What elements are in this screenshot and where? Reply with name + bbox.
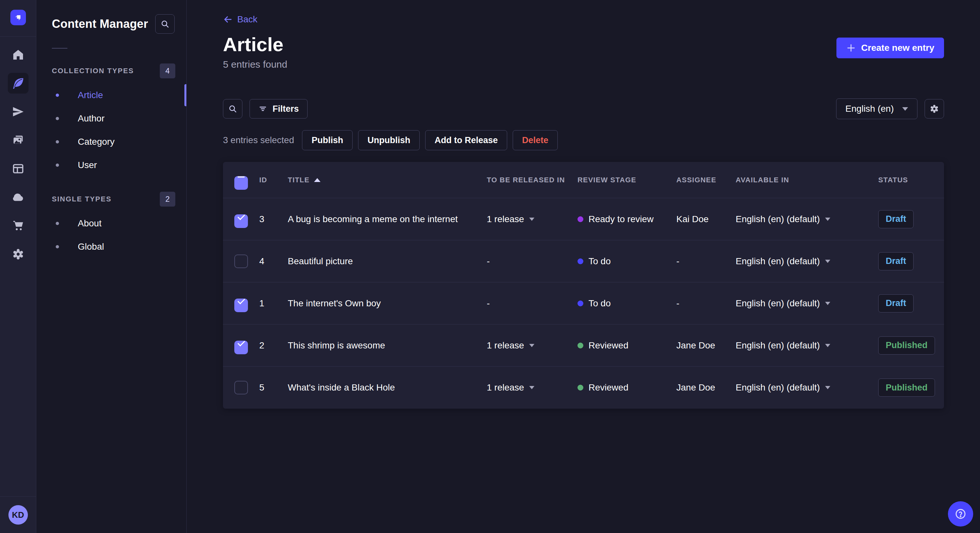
- table-row[interactable]: 3 A bug is becoming a meme on the intern…: [223, 198, 944, 240]
- table-row[interactable]: 5 What's inside a Black Hole 1 release R…: [223, 366, 944, 409]
- column-assignee: ASSIGNEE: [676, 176, 736, 184]
- help-button[interactable]: [948, 501, 973, 527]
- table-row[interactable]: 1 The internet's Own boy - To do - Engli…: [223, 282, 944, 324]
- cell-id: 3: [259, 214, 288, 224]
- add-to-release-button[interactable]: Add to Release: [425, 130, 507, 150]
- sidebar-item-global[interactable]: Global: [36, 235, 186, 259]
- stage-value: To do: [589, 298, 611, 309]
- rail-bottom-divider: [0, 497, 36, 497]
- cell-id: 1: [259, 298, 288, 309]
- sidebar-item-article[interactable]: Article: [36, 84, 186, 107]
- cell-locale[interactable]: English (en) (default): [736, 256, 878, 266]
- cell-release[interactable]: 1 release: [487, 340, 578, 351]
- back-label: Back: [237, 14, 257, 25]
- table-row[interactable]: 4 Beautiful picture - To do - English (e…: [223, 240, 944, 282]
- select-all-checkbox[interactable]: [234, 176, 248, 190]
- column-stage: REVIEW STAGE: [578, 176, 676, 184]
- stage-value: Ready to review: [589, 214, 654, 224]
- sidebar-item-author[interactable]: Author: [36, 107, 186, 130]
- content-manager-sidebar: Content Manager COLLECTION TYPES 4 Artic…: [36, 0, 187, 533]
- status-badge: Draft: [878, 210, 913, 228]
- row-checkbox[interactable]: [234, 341, 248, 354]
- chevron-down-icon: [825, 386, 830, 389]
- cell-review-stage: To do: [578, 256, 676, 266]
- collection-types-count: 4: [160, 63, 175, 78]
- row-checkbox[interactable]: [234, 298, 248, 312]
- cell-locale[interactable]: English (en) (default): [736, 298, 878, 309]
- table-search-button[interactable]: [223, 99, 242, 119]
- view-settings-button[interactable]: [924, 99, 944, 119]
- status-badge: Draft: [878, 252, 913, 270]
- sidebar-item-about[interactable]: About: [36, 212, 186, 235]
- media-icon: [12, 134, 25, 147]
- cell-release[interactable]: 1 release: [487, 382, 578, 393]
- table-row[interactable]: 2 This shrimp is awesome 1 release Revie…: [223, 324, 944, 366]
- sort-asc-icon: [314, 178, 320, 182]
- cell-id: 4: [259, 256, 288, 266]
- locale-value: English (en) (default): [736, 256, 820, 266]
- filters-label: Filters: [272, 104, 299, 114]
- primary-nav-rail: KD: [0, 0, 36, 533]
- nav-content-manager[interactable]: [8, 73, 29, 94]
- nav-cloud[interactable]: [8, 187, 29, 208]
- cell-release[interactable]: 1 release: [487, 214, 578, 224]
- cell-assignee: Jane Doe: [676, 382, 736, 393]
- filter-icon: [258, 104, 267, 113]
- cell-locale[interactable]: English (en) (default): [736, 382, 878, 393]
- cell-title: A bug is becoming a meme on the internet: [288, 214, 487, 224]
- locale-value: English (en): [845, 104, 894, 114]
- stage-value: Reviewed: [589, 340, 628, 351]
- delete-button[interactable]: Delete: [513, 130, 558, 150]
- sidebar-item-category[interactable]: Category: [36, 130, 186, 154]
- chevron-down-icon: [825, 302, 830, 305]
- sidebar-item-label: User: [78, 160, 97, 170]
- nav-releases[interactable]: [8, 102, 29, 122]
- column-title[interactable]: TITLE: [288, 176, 487, 184]
- publish-button[interactable]: Publish: [302, 130, 353, 150]
- strapi-logo[interactable]: [10, 10, 26, 25]
- bullet-icon: [56, 222, 59, 225]
- sidebar-rule: [52, 48, 67, 49]
- question-mark-icon: [955, 508, 967, 520]
- row-checkbox[interactable]: [234, 214, 248, 228]
- cell-release: -: [487, 298, 578, 309]
- single-types-label: SINGLE TYPES: [52, 195, 111, 203]
- sidebar-item-label: Author: [78, 113, 105, 124]
- cell-review-stage: To do: [578, 298, 676, 309]
- sidebar-item-label: About: [78, 218, 102, 228]
- strapi-logo-icon: [13, 12, 23, 23]
- sidebar-search-button[interactable]: [155, 14, 175, 34]
- locale-select[interactable]: English (en): [836, 98, 918, 119]
- unpublish-button[interactable]: Unpublish: [358, 130, 420, 150]
- cell-locale[interactable]: English (en) (default): [736, 340, 878, 351]
- create-new-entry-button[interactable]: Create new entry: [837, 38, 944, 58]
- status-badge: Published: [878, 336, 935, 355]
- cell-assignee: Jane Doe: [676, 340, 736, 351]
- arrow-left-icon: [223, 14, 233, 24]
- nav-home[interactable]: [8, 44, 29, 65]
- nav-content-type-builder[interactable]: [8, 159, 29, 179]
- back-link[interactable]: Back: [223, 14, 257, 25]
- status-badge: Published: [878, 379, 935, 397]
- bullet-icon: [56, 140, 59, 143]
- filters-button[interactable]: Filters: [250, 99, 307, 119]
- nav-marketplace[interactable]: [8, 215, 29, 236]
- cell-title: What's inside a Black Hole: [288, 382, 487, 393]
- row-checkbox[interactable]: [234, 254, 248, 268]
- cell-title: Beautiful picture: [288, 256, 487, 266]
- toolbar: Filters English (en): [223, 98, 944, 119]
- cell-locale[interactable]: English (en) (default): [736, 214, 878, 224]
- nav-media-library[interactable]: [8, 130, 29, 151]
- chevron-down-icon: [825, 260, 830, 263]
- row-checkbox[interactable]: [234, 381, 248, 394]
- user-avatar[interactable]: KD: [8, 505, 28, 525]
- nav-settings[interactable]: [8, 244, 29, 265]
- rail-divider: [0, 36, 36, 36]
- locale-value: English (en) (default): [736, 340, 820, 351]
- sidebar-item-user[interactable]: User: [36, 154, 186, 177]
- bullet-icon: [56, 94, 59, 97]
- column-release: TO BE RELEASED IN: [487, 176, 578, 184]
- chevron-down-icon: [529, 344, 535, 347]
- selection-summary: 3 entries selected: [223, 135, 294, 145]
- paper-plane-icon: [12, 105, 25, 118]
